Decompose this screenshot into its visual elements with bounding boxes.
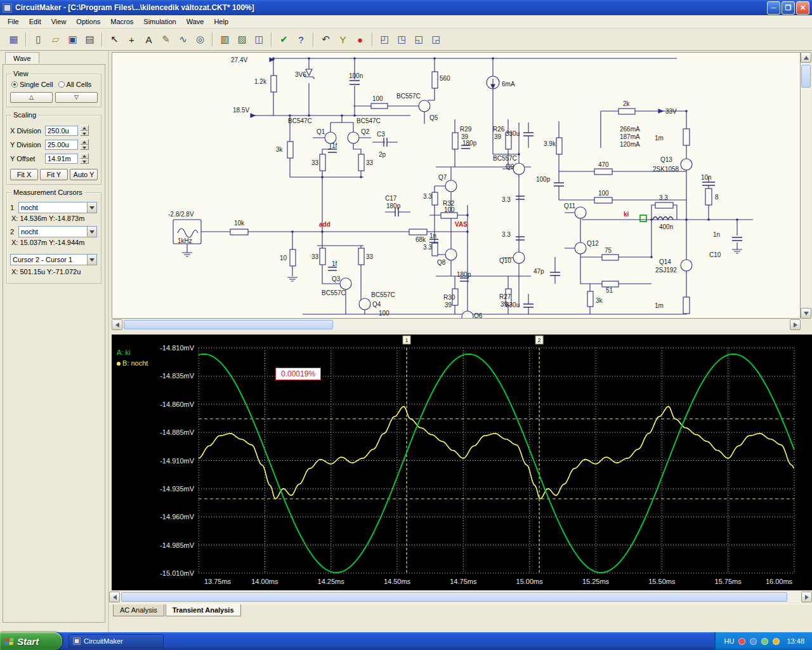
y-division-input[interactable]: 25.00u: [45, 140, 78, 150]
circuitmaker-icon: [73, 637, 81, 645]
menu-help[interactable]: Help: [209, 16, 233, 27]
radio-single-cell[interactable]: Single Cell: [11, 81, 53, 88]
schematic-vertical-scrollbar[interactable]: [801, 52, 811, 319]
waveform-plot[interactable]: -14.810mV-14.835mV-14.860mV-14.885mV-14.…: [112, 335, 812, 590]
schematic-label: BC557C: [371, 291, 395, 298]
y-division-spinner[interactable]: [80, 139, 89, 150]
legend-b-label: B: nocht: [122, 359, 148, 367]
scroll-up-arrow-icon[interactable]: [801, 52, 811, 63]
part-browser-icon[interactable]: ▦: [6, 32, 22, 48]
tray-icon[interactable]: [738, 638, 745, 645]
split-view-icon[interactable]: ◫: [251, 32, 267, 48]
close-button[interactable]: ✕: [796, 1, 809, 15]
menu-view[interactable]: View: [46, 16, 72, 27]
start-label: Start: [17, 636, 39, 647]
print-icon[interactable]: ▤: [82, 32, 98, 48]
schematic-label: Q4: [372, 301, 381, 308]
wire-tool-icon[interactable]: ✎: [158, 32, 174, 48]
schematic-label: 2k: [623, 100, 631, 107]
spin-down-icon[interactable]: [80, 145, 89, 150]
cascade-windows-icon[interactable]: ◳: [394, 32, 410, 48]
radio-all-cells[interactable]: All Cells: [58, 81, 92, 88]
arrange-windows-icon[interactable]: ◱: [411, 32, 427, 48]
chevron-down-icon[interactable]: [87, 227, 96, 237]
wave-control-panel: Wave View Single Cell All Cells △ ▽ Scal…: [0, 51, 109, 632]
cell-up-button[interactable]: △: [10, 92, 53, 103]
menu-file[interactable]: File: [3, 16, 24, 27]
scroll-right-arrow-icon[interactable]: [801, 592, 812, 602]
legend-b[interactable]: B: nocht: [117, 359, 148, 367]
legend-a[interactable]: A: ki: [117, 348, 130, 356]
simulation-mode-icon[interactable]: ✔: [276, 32, 292, 48]
text-tool-icon[interactable]: A: [141, 32, 157, 48]
menu-simulation[interactable]: Simulation: [138, 16, 181, 27]
multimeter-icon[interactable]: Y: [335, 32, 351, 48]
schematic-label: 10n: [701, 174, 712, 181]
spin-up-icon[interactable]: [80, 153, 89, 159]
auto-y-button[interactable]: Auto Y: [70, 169, 98, 180]
restore-button[interactable]: ❐: [782, 1, 795, 15]
tab-wave[interactable]: Wave: [5, 52, 39, 63]
fit-x-button[interactable]: Fit X: [10, 169, 38, 180]
y-offset-input[interactable]: 14.91m: [45, 154, 78, 164]
find-part-icon[interactable]: ▥: [217, 32, 233, 48]
scrollbar-thumb[interactable]: [124, 320, 333, 329]
scrollbar-thumb[interactable]: [121, 592, 787, 602]
tray-icon[interactable]: [761, 638, 768, 645]
tray-icon[interactable]: [750, 638, 757, 645]
reset-icon[interactable]: ↶: [318, 32, 334, 48]
language-indicator[interactable]: HU: [724, 637, 735, 645]
menu-edit[interactable]: Edit: [24, 16, 46, 27]
schematic-label: 2SJ192: [655, 267, 677, 274]
probe-marker[interactable]: [640, 215, 646, 222]
menu-options[interactable]: Options: [71, 16, 105, 27]
scroll-left-arrow-icon[interactable]: [112, 319, 122, 330]
spin-up-icon[interactable]: [80, 125, 89, 131]
schematic-horizontal-scrollbar[interactable]: [112, 319, 801, 330]
x-axis-tick: 15.75ms: [715, 578, 742, 585]
spin-up-icon[interactable]: [80, 139, 89, 145]
chevron-down-icon[interactable]: [87, 202, 96, 213]
open-file-icon[interactable]: ▱: [48, 32, 63, 48]
chevron-down-icon[interactable]: [87, 255, 96, 265]
minimize-button[interactable]: ─: [767, 1, 780, 15]
new-window-icon[interactable]: ◲: [428, 32, 444, 48]
new-file-icon[interactable]: ▯: [30, 32, 46, 48]
y-axis-tick: -15.010mV: [160, 569, 194, 577]
scrollbar-thumb[interactable]: [801, 65, 811, 88]
spin-down-icon[interactable]: [80, 159, 89, 164]
tab-transient-analysis[interactable]: Transient Analysis: [166, 604, 241, 616]
schematic-label: Q6: [474, 312, 483, 318]
spin-down-icon[interactable]: [80, 131, 89, 136]
tile-windows-icon[interactable]: ◰: [377, 32, 393, 48]
taskbar-circuitmaker-button[interactable]: CircuitMaker: [69, 634, 164, 648]
schematic-label: BC557C: [493, 155, 517, 162]
probe-tool-icon[interactable]: ∿: [175, 32, 191, 48]
scroll-down-arrow-icon[interactable]: [801, 308, 811, 319]
cursor-delta-select[interactable]: Cursor 2 - Cursor 1: [10, 254, 97, 265]
fit-y-button[interactable]: Fit Y: [40, 169, 68, 180]
cursor2-signal-select[interactable]: nocht: [18, 226, 97, 237]
scroll-left-arrow-icon[interactable]: [109, 592, 120, 602]
tab-ac-analysis[interactable]: AC Analysis: [113, 604, 164, 616]
x-division-input[interactable]: 250.0u: [45, 126, 78, 136]
help-icon[interactable]: ?: [293, 32, 309, 48]
cursor1-signal-select[interactable]: nocht: [18, 202, 97, 213]
save-icon[interactable]: ▣: [65, 32, 81, 48]
menu-macros[interactable]: Macros: [105, 16, 138, 27]
zoom-tool-icon[interactable]: ◎: [192, 32, 208, 48]
schematic-canvas[interactable]: 27.4V1.2k3V6100n5606mA100BC557CQ518.5VBC…: [112, 52, 801, 319]
tray-icon[interactable]: [773, 638, 780, 645]
stop-icon[interactable]: ●: [352, 32, 368, 48]
add-part-icon[interactable]: +: [124, 32, 140, 48]
scroll-right-arrow-icon[interactable]: [790, 319, 801, 330]
y-offset-spinner[interactable]: [80, 153, 89, 164]
waveform-horizontal-scrollbar[interactable]: [109, 592, 812, 602]
pcb-view-icon[interactable]: ▨: [234, 32, 250, 48]
toolbar-icons: ▦▯▱▣▤↖+A✎∿◎▥▨◫✔?↶Y●◰◳◱◲: [5, 32, 445, 48]
x-division-spinner[interactable]: [80, 125, 89, 136]
cell-down-button[interactable]: ▽: [55, 92, 98, 103]
menu-wave[interactable]: Wave: [181, 16, 209, 27]
start-button[interactable]: Start: [0, 632, 62, 650]
select-cursor-icon[interactable]: ↖: [107, 32, 122, 48]
